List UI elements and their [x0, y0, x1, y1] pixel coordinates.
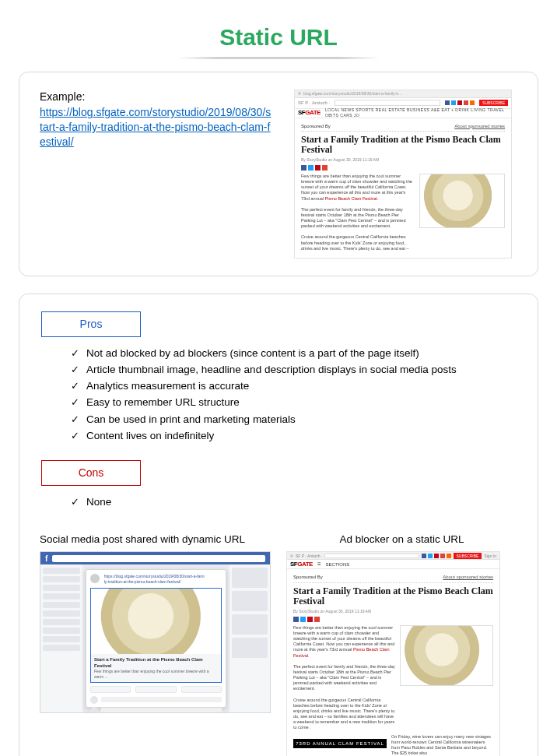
event-banner: 73RD ANNUAL CLAM FESTIVAL [293, 739, 387, 748]
facebook-logo-icon: f [45, 554, 47, 564]
fb-share-url: https://blog.sfgate.com/storystudio/2019… [104, 574, 205, 585]
browser-urlbar: blog.sfgate.com/storystudio/2019/08/30/s… [295, 90, 511, 98]
fb-card-title: Start a Family Tradition at the Pismo Be… [94, 656, 218, 669]
fb-row-text [101, 708, 222, 713]
fb-nav-item [43, 619, 80, 625]
fb-nav-item [43, 602, 80, 608]
tab-label: SF P · Antioch · [296, 554, 322, 559]
subscribe-button: SUBSCRIBE [454, 553, 482, 560]
screenshots-row: Social media post shared with dynamic UR… [40, 533, 517, 756]
para2: The perfect event for family and friends… [293, 664, 395, 691]
sponsored-by: Sponsored By [301, 123, 331, 129]
example-link[interactable]: https://blog.sfgate.com/storystudio/2019… [40, 106, 271, 148]
pros-list: Not ad blocked by ad blockers (since con… [40, 346, 517, 443]
fb-nav-item [43, 610, 80, 617]
shot-right: Ad blocker on a static URL SF P · Antioc… [286, 533, 517, 756]
fb-action [90, 686, 131, 693]
pros-item: Content lives on indefinitely [71, 429, 517, 443]
para3: Cruise around the gorgeous Central Calif… [301, 234, 409, 250]
newsfeed-icon [90, 696, 98, 704]
article-text-2: On Friday, wine lovers can enjoy many ne… [391, 734, 493, 756]
site-logo: SFGATE [298, 109, 321, 118]
article-columns: Few things are better than enjoying the … [293, 625, 493, 731]
avatar-icon [90, 574, 100, 583]
share-twitter-icon [300, 617, 306, 622]
article-body: Sponsored By About sponsored stories Sta… [287, 569, 499, 756]
article-preview-adblock: SF P · Antioch · SUBSCRIBE Sign In [286, 551, 500, 756]
pinterest-icon [457, 100, 462, 105]
sections-label: SECTIONS [326, 561, 350, 568]
fb-compose-dialog: https://blog.sfgate.com/storystudio/2019… [86, 569, 226, 708]
sponsored-bar: Sponsored By About sponsored stories [293, 574, 493, 582]
fb-right-block [232, 591, 268, 611]
share-pinterest-icon [315, 165, 321, 171]
site-logo: SFGATE [290, 561, 313, 569]
fb-action-row [90, 686, 222, 693]
share-facebook-icon [293, 617, 299, 622]
article-byline: By StoryStudio on August 30, 2019 11:19 … [293, 609, 493, 614]
fb-nav-item [43, 636, 80, 642]
example-left: Example: https://blog.sfgate.com/storyst… [40, 90, 273, 150]
fb-compose-head: https://blog.sfgate.com/storystudio/2019… [90, 574, 222, 585]
fb-story-row [90, 707, 222, 714]
fb-link-card: Start a Family Tradition at the Pismo Be… [90, 588, 222, 683]
facebook-preview: f [40, 551, 271, 713]
article-image [419, 174, 505, 228]
tab-label: SF P · Antioch · [298, 100, 330, 106]
fb-right-block [232, 638, 268, 658]
share-twitter-icon [308, 165, 314, 171]
tab-dot-icon [290, 554, 293, 557]
google-icon [440, 554, 445, 558]
sponsored-bar: Sponsored By About sponsored stories [301, 123, 505, 132]
fb-topbar: f [40, 552, 270, 564]
google-icon [464, 100, 468, 105]
pros-tag: Pros [41, 311, 141, 337]
site-navbar: SFGATE ≡ SECTIONS [287, 560, 499, 569]
pros-item: Can be used in print and marketing mater… [71, 413, 517, 427]
example-url-text: https://blog.sfgate.com/storystudio/2019… [40, 106, 271, 148]
fb-search [52, 555, 265, 562]
shot-left-label: Social media post shared with dynamic UR… [40, 533, 271, 547]
logo-right: GATE [305, 109, 321, 116]
pros-item: Not ad blocked by ad blockers (since con… [71, 346, 517, 360]
fb-nav-item [43, 585, 80, 591]
fb-action [181, 686, 222, 693]
pros-item: Analytics measurement is accurate [71, 379, 517, 393]
article-byline: By StoryStudio on August 30, 2019 11:19 … [301, 157, 505, 163]
shot-right-label: Ad blocker on a static URL [286, 533, 517, 547]
about-sponsored-link: About sponsored stories [443, 574, 493, 580]
facebook-icon [422, 554, 426, 558]
share-facebook-icon [301, 165, 307, 171]
article-image [400, 625, 493, 686]
fb-nav-item [43, 628, 80, 634]
site-navbar: SFGATE LOCAL NEWS SPORTS REAL ESTATE BUS… [295, 109, 511, 118]
logo-right: GATE [297, 561, 313, 568]
share-email-icon [322, 165, 328, 171]
example-card: Example: https://blog.sfgate.com/storyst… [19, 72, 538, 276]
example-row: Example: https://blog.sfgate.com/storyst… [40, 90, 517, 258]
article-headline: Start a Family Tradition at the Pismo Be… [293, 586, 493, 608]
fb-newsfeed-row [90, 696, 222, 704]
cons-list: None [40, 495, 517, 509]
twitter-icon [428, 554, 433, 558]
article-columns-2: 73RD ANNUAL CLAM FESTIVAL On Friday, win… [293, 734, 493, 756]
article-body: Sponsored By About sponsored stories Sta… [295, 118, 511, 258]
twitter-icon [451, 100, 456, 105]
fb-action [135, 686, 176, 693]
share-row [301, 165, 505, 171]
fb-row-text [101, 697, 222, 702]
logo-left: SF [290, 561, 297, 568]
rss-icon [447, 554, 451, 558]
search-box [324, 554, 419, 558]
fb-left-rail [40, 564, 82, 712]
article-columns: Few things are better than enjoying the … [301, 174, 505, 251]
article-headline: Start a Family Tradition at the Pismo Be… [301, 135, 505, 156]
social-icons [445, 100, 475, 105]
share-pinterest-icon [307, 617, 313, 622]
logo-left: SF [298, 109, 305, 116]
banner-wrap: 73RD ANNUAL CLAM FESTIVAL [293, 734, 387, 756]
pros-item: Easy to remember URL structure [71, 396, 517, 410]
fb-nav-item [43, 645, 80, 651]
article-preview: blog.sfgate.com/storystudio/2019/08/30/s… [294, 90, 512, 258]
shot-left: Social media post shared with dynamic UR… [40, 533, 271, 756]
